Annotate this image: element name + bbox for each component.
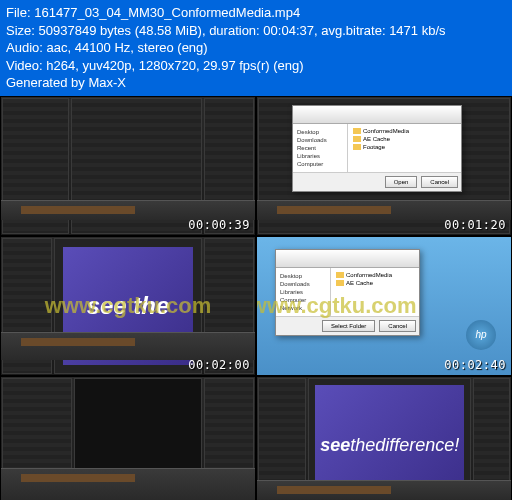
file-dialog[interactable]: Desktop Downloads Recent Libraries Compu…: [292, 105, 462, 192]
sidebar-item[interactable]: Computer: [278, 296, 328, 304]
timestamp-3: 00:02:00: [188, 358, 250, 372]
preview-text: see the: [87, 292, 170, 320]
thumbnail-1: 00:00:39: [0, 96, 256, 236]
bitrate-value: 1471 kb/s: [389, 23, 445, 38]
dialog-file-list[interactable]: ConformedMedia AE Cache Footage: [348, 124, 461, 172]
timestamp-1: 00:00:39: [188, 218, 250, 232]
file-value: 161477_03_04_MM30_ConformedMedia.mp4: [34, 5, 300, 20]
media-info-header: File: 161477_03_04_MM30_ConformedMedia.m…: [0, 0, 512, 96]
cancel-button[interactable]: Cancel: [379, 320, 416, 332]
list-item[interactable]: AE Cache: [334, 279, 416, 287]
see-bold: see: [320, 435, 350, 455]
timestamp-4: 00:02:40: [444, 358, 506, 372]
audio-label: Audio:: [6, 40, 43, 55]
see-thin: thedifference!: [350, 435, 459, 455]
sidebar-item[interactable]: Desktop: [278, 272, 328, 280]
dialog-file-list[interactable]: ConformedMedia AE Cache: [331, 268, 419, 316]
dialog-sidebar[interactable]: Desktop Downloads Recent Libraries Compu…: [293, 124, 348, 172]
thumbnail-3: see the www.cgtku.com 00:02:00: [0, 236, 256, 376]
dialog-sidebar[interactable]: Desktop Downloads Libraries Computer Net…: [276, 268, 331, 316]
timeline: [1, 200, 255, 220]
sidebar-item[interactable]: Recent: [295, 144, 345, 152]
generated-line: Generated by Max-X: [6, 74, 506, 92]
file-line: File: 161477_03_04_MM30_ConformedMedia.m…: [6, 4, 506, 22]
size-line: Size: 50937849 bytes (48.58 MiB), durati…: [6, 22, 506, 40]
sidebar-item[interactable]: Downloads: [278, 280, 328, 288]
thumbnail-5: 00:03:20: [0, 376, 256, 500]
thumbnail-mosaic: 00:00:39 Desktop Downloads Recent Librar…: [0, 96, 512, 500]
timeline: [1, 468, 255, 500]
list-item[interactable]: Footage: [351, 143, 458, 151]
audio-value: aac, 44100 Hz, stereo (eng): [47, 40, 208, 55]
thumbnail-2: Desktop Downloads Recent Libraries Compu…: [256, 96, 512, 236]
open-button[interactable]: Open: [385, 176, 418, 188]
sidebar-item[interactable]: Libraries: [278, 288, 328, 296]
dialog-titlebar: [293, 106, 461, 124]
size-mib: (48.58 MiB): [135, 23, 202, 38]
preview-text-full: seethedifference!: [320, 435, 459, 456]
thumbnail-6: seethedifference! 00:04:00: [256, 376, 512, 500]
folder-icon: [336, 272, 344, 278]
file-label: File:: [6, 5, 31, 20]
hp-logo-icon: hp: [466, 320, 496, 350]
folder-icon: [353, 128, 361, 134]
dialog-footer: Select Folder Cancel: [276, 316, 419, 335]
dialog-titlebar: [276, 250, 419, 268]
sidebar-item[interactable]: Computer: [295, 160, 345, 168]
timeline: [257, 480, 511, 500]
video-value: h264, yuv420p, 1280x720, 29.97 fps(r) (e…: [46, 58, 303, 73]
folder-icon: [336, 280, 344, 286]
thumbnail-4: Desktop Downloads Libraries Computer Net…: [256, 236, 512, 376]
folder-icon: [353, 144, 361, 150]
dialog-footer: Open Cancel: [293, 172, 461, 191]
sidebar-item[interactable]: Libraries: [295, 152, 345, 160]
duration-label: duration:: [209, 23, 260, 38]
list-item[interactable]: ConformedMedia: [334, 271, 416, 279]
sidebar-item[interactable]: Network: [278, 304, 328, 312]
duration-value: 00:04:37,: [263, 23, 317, 38]
select-folder-dialog[interactable]: Desktop Downloads Libraries Computer Net…: [275, 249, 420, 336]
size-bytes: 50937849 bytes: [39, 23, 132, 38]
sidebar-item[interactable]: Downloads: [295, 136, 345, 144]
timestamp-2: 00:01:20: [444, 218, 506, 232]
list-item[interactable]: AE Cache: [351, 135, 458, 143]
list-item[interactable]: ConformedMedia: [351, 127, 458, 135]
bitrate-label: avg.bitrate:: [321, 23, 385, 38]
video-line: Video: h264, yuv420p, 1280x720, 29.97 fp…: [6, 57, 506, 75]
sidebar-item[interactable]: Desktop: [295, 128, 345, 136]
select-folder-button[interactable]: Select Folder: [322, 320, 375, 332]
timeline: [1, 332, 255, 360]
timeline: [257, 200, 511, 220]
size-label: Size:: [6, 23, 35, 38]
cancel-button[interactable]: Cancel: [421, 176, 458, 188]
audio-line: Audio: aac, 44100 Hz, stereo (eng): [6, 39, 506, 57]
folder-icon: [353, 136, 361, 142]
video-label: Video:: [6, 58, 43, 73]
